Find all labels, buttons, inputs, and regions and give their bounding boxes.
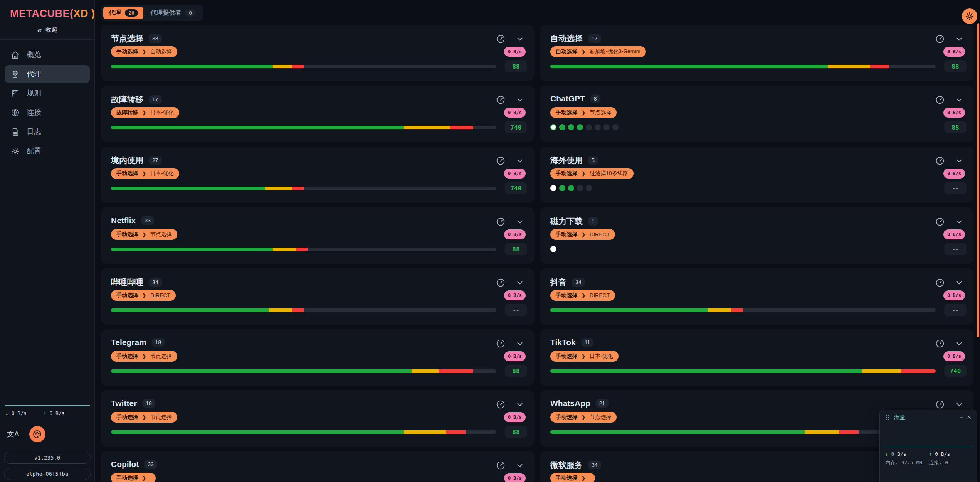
chevron-right-icon: ❯ — [142, 415, 146, 420]
build-badge[interactable]: alpha-06f5fba — [4, 468, 91, 480]
proxy-group-card: 磁力下载1手动选择❯DIRECT0 B/s-- — [540, 207, 973, 264]
sidebar-item-overview[interactable]: 概览 — [5, 46, 90, 64]
selected-node-badge[interactable]: 手动选择❯节点选择 — [550, 412, 617, 423]
bar-segment-r — [731, 308, 743, 312]
sidebar-item-logs[interactable]: 日志 — [5, 123, 90, 141]
traffic-panel-header[interactable]: 流量 − × — [880, 410, 977, 421]
sidebar-item-connections[interactable]: 连接 — [5, 104, 90, 121]
latency-test-button[interactable] — [935, 156, 945, 166]
node-dot-active[interactable] — [550, 124, 556, 130]
selected-node-badge[interactable]: 手动选择❯节点选择 — [550, 107, 617, 118]
tab-providers[interactable]: 代理提供者0 — [145, 7, 201, 19]
selected-node-badge[interactable]: 手动选择❯节点选择 — [111, 229, 177, 240]
selected-node-badge[interactable]: 手动选择❯DIRECT — [550, 229, 615, 240]
node-dot-up[interactable] — [568, 124, 574, 130]
sidebar-item-config[interactable]: 配置 — [5, 142, 90, 160]
node-dot-idle[interactable] — [612, 124, 619, 130]
expand-group-button[interactable] — [516, 96, 524, 104]
node-dot-idle[interactable] — [595, 124, 601, 130]
selected-node-badge[interactable]: 手动选择❯日本-优化 — [550, 351, 619, 362]
sidebar-item-rules[interactable]: 规则 — [5, 84, 90, 102]
group-node-count: 33 — [144, 460, 157, 469]
latency-test-button[interactable] — [935, 339, 945, 349]
group-node-count: 17 — [588, 34, 601, 43]
group-latency-badge: -- — [944, 304, 967, 316]
latency-test-button[interactable] — [935, 95, 945, 105]
selector-type-label: 手动选择 — [116, 231, 138, 238]
expand-group-button[interactable] — [516, 35, 524, 43]
expand-group-button[interactable] — [955, 217, 963, 226]
node-dot-up[interactable] — [577, 124, 583, 130]
group-actions — [496, 399, 524, 410]
latency-test-button[interactable] — [496, 34, 506, 44]
expand-group-button[interactable] — [516, 278, 524, 287]
expand-group-button[interactable] — [516, 157, 524, 165]
expand-group-button[interactable] — [955, 339, 963, 348]
selected-node-badge[interactable]: 故障转移❯日本-优化 — [111, 107, 179, 118]
latency-test-button[interactable] — [496, 399, 506, 410]
latency-test-button[interactable] — [935, 399, 945, 410]
settings-button[interactable] — [962, 8, 977, 24]
node-dot-current[interactable] — [550, 246, 556, 252]
selected-node-badge[interactable]: 自动选择❯新加坡-优化3-Gemini — [550, 46, 646, 57]
latency-test-button[interactable] — [935, 34, 945, 44]
latency-test-button[interactable] — [496, 217, 506, 227]
expand-group-button[interactable] — [516, 339, 524, 348]
expand-group-button[interactable] — [955, 400, 963, 409]
version-badge[interactable]: v1.235.0 — [4, 452, 91, 464]
selected-node-badge[interactable]: 手动选择❯DIRECT — [550, 290, 615, 301]
expand-group-button[interactable] — [516, 400, 524, 409]
expand-group-button[interactable] — [955, 278, 963, 287]
bar-segment-g — [111, 308, 269, 312]
node-dot-up[interactable] — [559, 124, 565, 130]
selected-node-label: 节点选择 — [590, 109, 611, 116]
latency-test-button[interactable] — [496, 339, 506, 349]
selected-node-badge[interactable]: 手动选择❯DIRECT — [111, 290, 176, 301]
selected-node-badge[interactable]: 手动选择❯ — [550, 473, 595, 482]
selected-node-badge[interactable]: 手动选择❯日本-优化 — [111, 168, 179, 179]
node-dot-current[interactable] — [550, 185, 556, 191]
latency-test-button[interactable] — [496, 460, 506, 470]
group-name: ChatGPT — [550, 94, 585, 103]
selected-node-badge[interactable]: 手动选择❯节点选择 — [111, 412, 177, 423]
selected-node-badge[interactable]: 手动选择❯过滤掉10条线路 — [550, 168, 634, 179]
sidebar-item-proxies[interactable]: 代理 — [5, 65, 90, 83]
group-title-row: 磁力下载1 — [550, 216, 598, 227]
expand-group-button[interactable] — [516, 217, 524, 226]
main-content: 代理20代理提供者0 节点选择38手动选择❯自动选择0 B/s88自动选择17自… — [94, 0, 980, 482]
latency-test-button[interactable] — [496, 156, 506, 166]
close-icon[interactable]: × — [967, 414, 971, 421]
node-dot-up[interactable] — [559, 185, 565, 191]
group-actions — [496, 156, 524, 166]
node-dot-idle[interactable] — [603, 124, 610, 130]
latency-test-button[interactable] — [496, 278, 506, 288]
scrollbar[interactable] — [977, 23, 979, 337]
latency-test-button[interactable] — [935, 278, 945, 288]
expand-group-button[interactable] — [955, 96, 963, 104]
language-icon[interactable]: 文A — [7, 429, 19, 439]
minimize-icon[interactable]: − — [960, 414, 964, 421]
drag-handle-icon[interactable] — [885, 415, 890, 421]
node-dot-idle[interactable] — [577, 185, 583, 191]
selected-node-badge[interactable]: 手动选择❯节点选择 — [111, 351, 177, 362]
selected-node-badge[interactable]: 手动选择❯ — [111, 473, 156, 482]
expand-group-button[interactable] — [516, 461, 524, 470]
theme-button[interactable] — [29, 426, 45, 442]
node-dot-up[interactable] — [568, 185, 574, 191]
tab-proxies[interactable]: 代理20 — [103, 7, 143, 19]
selector-type-label: 手动选择 — [116, 353, 138, 360]
group-latency-badge: 740 — [505, 182, 527, 194]
selector-type-label: 手动选择 — [116, 292, 138, 299]
node-dot-idle[interactable] — [586, 185, 592, 191]
node-dot-idle[interactable] — [586, 124, 592, 130]
latency-distribution-bar — [550, 308, 936, 312]
proxy-group-card: Netflix33手动选择❯节点选择0 B/s88 — [101, 207, 534, 264]
expand-group-button[interactable] — [955, 157, 963, 165]
group-latency-badge: -- — [944, 182, 967, 194]
latency-test-button[interactable] — [935, 217, 945, 227]
collapse-sidebar-button[interactable]: « 收起 — [0, 26, 94, 34]
selected-node-badge[interactable]: 手动选择❯自动选择 — [111, 46, 177, 57]
latency-test-button[interactable] — [496, 95, 506, 105]
bar-segment-r — [439, 369, 473, 373]
expand-group-button[interactable] — [955, 35, 963, 43]
